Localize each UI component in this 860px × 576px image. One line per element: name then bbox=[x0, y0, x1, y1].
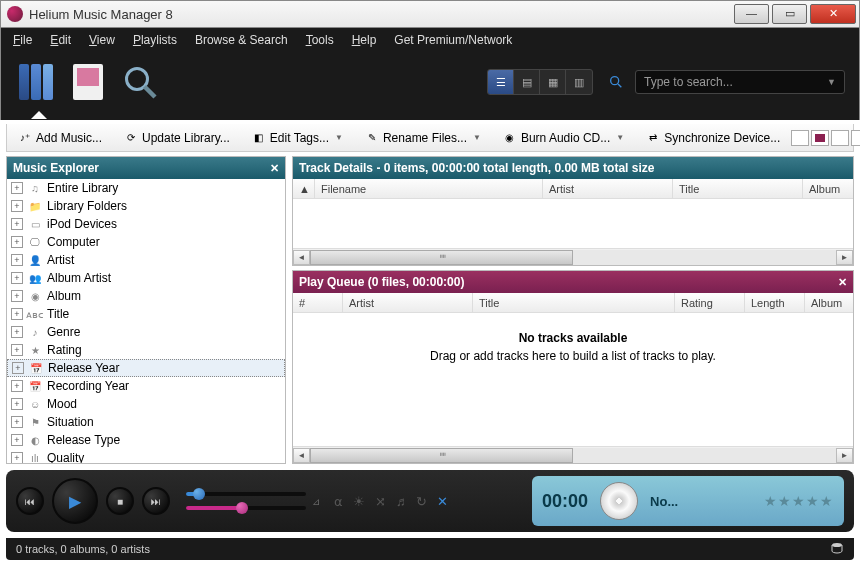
update-library-button[interactable]: ⟳Update Library... bbox=[117, 128, 237, 148]
tree-item[interactable]: +🖵Computer bbox=[7, 233, 285, 251]
menu-premium[interactable]: Get Premium/Network bbox=[394, 33, 512, 47]
shuffle-icon[interactable]: ⤨ bbox=[375, 494, 386, 509]
col-album[interactable]: Album bbox=[805, 293, 853, 312]
col-artist[interactable]: Artist bbox=[343, 293, 473, 312]
repeat-icon[interactable]: ↻ bbox=[416, 494, 427, 509]
rating-stars[interactable]: ★★★★★ bbox=[764, 493, 834, 509]
menu-browse[interactable]: Browse & Search bbox=[195, 33, 288, 47]
tree-item[interactable]: +♫Entire Library bbox=[7, 179, 285, 197]
play-button[interactable]: ▶ bbox=[52, 478, 98, 524]
tree-item[interactable]: +📁Library Folders bbox=[7, 197, 285, 215]
expand-icon[interactable]: + bbox=[11, 272, 23, 284]
search-icon[interactable] bbox=[603, 70, 629, 94]
col-filename[interactable]: Filename bbox=[315, 179, 543, 198]
queue-body[interactable]: No tracks available Drag or add tracks h… bbox=[293, 313, 853, 446]
col-length[interactable]: Length bbox=[745, 293, 805, 312]
hscrollbar[interactable]: ◄► bbox=[293, 248, 853, 265]
hscrollbar[interactable]: ◄► bbox=[293, 446, 853, 463]
menu-edit[interactable]: Edit bbox=[50, 33, 71, 47]
close-icon[interactable]: ✕ bbox=[270, 162, 279, 175]
now-playing-title: No... bbox=[650, 494, 764, 509]
menu-view[interactable]: View bbox=[89, 33, 115, 47]
stop-button[interactable]: ■ bbox=[106, 487, 134, 515]
col-album[interactable]: Album bbox=[803, 179, 853, 198]
maximize-button[interactable]: ▭ bbox=[772, 4, 807, 24]
rename-files-button[interactable]: ✎Rename Files...▼ bbox=[358, 128, 488, 148]
expand-icon[interactable]: + bbox=[11, 182, 23, 194]
search-view-button[interactable] bbox=[119, 61, 161, 103]
expand-icon[interactable]: + bbox=[11, 344, 23, 356]
equalizer-icon[interactable]: ♬ bbox=[396, 494, 406, 509]
expand-icon[interactable]: + bbox=[12, 362, 24, 374]
expand-icon[interactable]: + bbox=[11, 218, 23, 230]
volume-slider[interactable] bbox=[186, 506, 306, 510]
document-view-button[interactable] bbox=[67, 61, 109, 103]
tree-item[interactable]: +📅Recording Year bbox=[7, 377, 285, 395]
tree-item[interactable]: +⚑Situation bbox=[7, 413, 285, 431]
view-compact-icon[interactable]: ▥ bbox=[566, 70, 592, 94]
tree-item-icon: 📅 bbox=[27, 378, 43, 394]
pane-layout-3[interactable] bbox=[831, 130, 849, 146]
titlebar: Helium Music Manager 8 — ▭ ✕ bbox=[0, 0, 860, 28]
expand-icon[interactable]: + bbox=[11, 434, 23, 446]
pane-layout-2[interactable] bbox=[811, 130, 829, 146]
database-icon[interactable] bbox=[830, 542, 844, 556]
close-button[interactable]: ✕ bbox=[810, 4, 856, 24]
tag-icon: ◧ bbox=[252, 131, 266, 145]
tree-item[interactable]: +◉Album bbox=[7, 287, 285, 305]
expand-icon[interactable]: + bbox=[11, 452, 23, 463]
tree-item[interactable]: +📅Release Year bbox=[7, 359, 285, 377]
expand-icon[interactable]: + bbox=[11, 398, 23, 410]
tree-item[interactable]: +▭iPod Devices bbox=[7, 215, 285, 233]
view-list-icon[interactable]: ☰ bbox=[488, 70, 514, 94]
burn-cd-button[interactable]: ◉Burn Audio CD...▼ bbox=[496, 128, 631, 148]
broadcast-icon[interactable]: ☀ bbox=[353, 494, 365, 509]
tree-item[interactable]: +ılıQuality bbox=[7, 449, 285, 463]
edit-tags-button[interactable]: ◧Edit Tags...▼ bbox=[245, 128, 350, 148]
seek-slider[interactable] bbox=[186, 492, 306, 496]
chevron-down-icon[interactable]: ▼ bbox=[827, 77, 836, 87]
col-artist[interactable]: Artist bbox=[543, 179, 673, 198]
expand-icon[interactable]: + bbox=[11, 290, 23, 302]
tree[interactable]: +♫Entire Library+📁Library Folders+▭iPod … bbox=[7, 179, 285, 463]
expand-icon[interactable]: + bbox=[11, 308, 23, 320]
view-details-icon[interactable]: ▤ bbox=[514, 70, 540, 94]
tree-item[interactable]: +★Rating bbox=[7, 341, 285, 359]
tree-item[interactable]: +ᴀʙᴄTitle bbox=[7, 305, 285, 323]
menu-help[interactable]: Help bbox=[352, 33, 377, 47]
crossfade-icon[interactable]: ✕ bbox=[437, 494, 448, 509]
tree-item[interactable]: +♪Genre bbox=[7, 323, 285, 341]
menu-tools[interactable]: Tools bbox=[306, 33, 334, 47]
sort-indicator-icon[interactable]: ▲ bbox=[293, 179, 315, 198]
col-rating[interactable]: Rating bbox=[675, 293, 745, 312]
tree-item[interactable]: +◐Release Type bbox=[7, 431, 285, 449]
menu-file[interactable]: File bbox=[13, 33, 32, 47]
view-grid-icon[interactable]: ▦ bbox=[540, 70, 566, 94]
tree-item[interactable]: +👥Album Artist bbox=[7, 269, 285, 287]
col-title[interactable]: Title bbox=[673, 179, 803, 198]
expand-icon[interactable]: + bbox=[11, 326, 23, 338]
menu-playlists[interactable]: Playlists bbox=[133, 33, 177, 47]
prev-button[interactable]: ⏮ bbox=[16, 487, 44, 515]
sync-device-button[interactable]: ⇄Synchronize Device... bbox=[639, 128, 787, 148]
tree-item[interactable]: +☺Mood bbox=[7, 395, 285, 413]
expand-icon[interactable]: + bbox=[11, 380, 23, 392]
tree-item[interactable]: +👤Artist bbox=[7, 251, 285, 269]
next-button[interactable]: ⏭ bbox=[142, 487, 170, 515]
col-title[interactable]: Title bbox=[473, 293, 675, 312]
pane-layout-4[interactable] bbox=[851, 130, 860, 146]
library-view-button[interactable] bbox=[15, 61, 57, 103]
search-input[interactable]: Type to search... ▼ bbox=[635, 70, 845, 94]
tree-item-label: Artist bbox=[47, 253, 74, 267]
add-music-button[interactable]: ♪⁺Add Music... bbox=[11, 128, 109, 148]
expand-icon[interactable]: + bbox=[11, 416, 23, 428]
svg-point-2 bbox=[611, 77, 619, 85]
minimize-button[interactable]: — bbox=[734, 4, 769, 24]
pane-layout-1[interactable] bbox=[791, 130, 809, 146]
close-icon[interactable]: ✕ bbox=[838, 276, 847, 289]
expand-icon[interactable]: + bbox=[11, 200, 23, 212]
col-num[interactable]: # bbox=[293, 293, 343, 312]
expand-icon[interactable]: + bbox=[11, 236, 23, 248]
expand-icon[interactable]: + bbox=[11, 254, 23, 266]
lastfm-icon[interactable]: ⍺ bbox=[334, 494, 343, 509]
